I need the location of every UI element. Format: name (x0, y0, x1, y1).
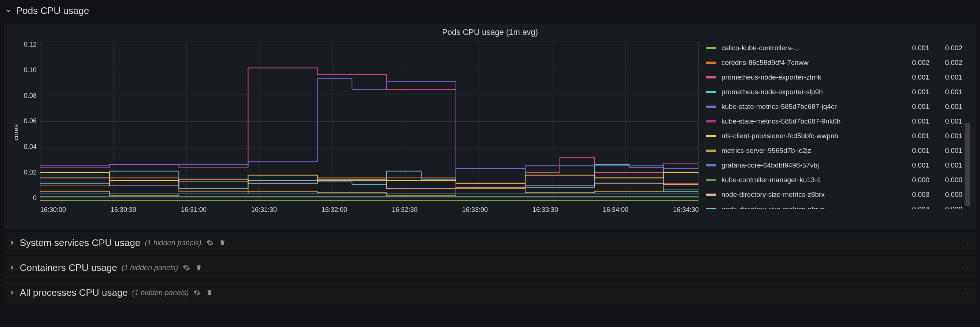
legend-row[interactable]: kube-controller-manager-ku13-10.0000.000 (706, 173, 963, 187)
legend-value-2: 0.000 (929, 205, 963, 209)
series-line (40, 78, 698, 168)
row-header-collapsed[interactable]: All processes CPU usage (1 hidden panels… (4, 281, 976, 304)
legend-value-1: 0.001 (897, 161, 929, 169)
legend-value-1: 0.004 (897, 205, 929, 209)
legend-value-1: 0.001 (897, 103, 929, 111)
legend-value-1: 0.002 (897, 59, 929, 67)
legend-row[interactable]: node-directory-size-metrics-nfqvq0.0040.… (706, 202, 963, 209)
y-tick: 0.10 (24, 66, 37, 74)
y-tick: 0.12 (24, 41, 37, 48)
hidden-panels-hint: (1 hidden panels) (132, 289, 189, 297)
y-tick: 0.04 (24, 143, 37, 151)
legend-row[interactable]: prometheus-node-exporter-ztrnk0.0010.001 (706, 70, 963, 85)
legend-swatch (706, 76, 716, 78)
legend-value-1: 0.003 (897, 191, 929, 199)
x-tick: 16:30:30 (111, 206, 136, 214)
legend-value-2: 0.001 (929, 117, 963, 125)
y-ticks: 0.120.100.080.060.040.020 (20, 41, 40, 202)
row-title: All processes CPU usage (20, 287, 128, 298)
legend-swatch (706, 135, 716, 137)
y-tick: 0.06 (24, 117, 37, 125)
legend-value-2: 0.002 (929, 59, 963, 67)
plot-svg (40, 41, 699, 202)
row-title: Pods CPU usage (16, 5, 89, 16)
legend-swatch (706, 193, 716, 196)
legend-value-2: 0.001 (929, 73, 963, 81)
y-tick: 0.02 (24, 169, 37, 176)
row-title: Containers CPU usage (20, 262, 117, 273)
legend[interactable]: calico-kube-controllers-...0.0010.002cor… (706, 41, 970, 209)
drag-handle-icon[interactable]: ⋮⋮ (959, 265, 971, 271)
hidden-panels-hint: (1 hidden panels) (145, 239, 201, 247)
row-title: System services CPU usage (20, 237, 140, 249)
legend-row[interactable]: kube-state-metrics-585d7bc687-9nk6h0.001… (706, 114, 963, 129)
x-tick: 16:33:00 (462, 206, 488, 214)
hidden-panels-hint: (1 hidden panels) (122, 263, 178, 272)
drag-handle-icon[interactable]: ⋮⋮ (959, 290, 971, 295)
legend-value-1: 0.001 (897, 73, 929, 81)
chart-panel: Pods CPU usage (1m avg) cores 0.120.100.… (4, 24, 976, 229)
row-header-collapsed[interactable]: System services CPU usage (1 hidden pane… (4, 231, 976, 254)
x-tick: 16:33:30 (533, 206, 558, 214)
legend-value-1: 0.001 (897, 147, 929, 155)
legend-value-1: 0.001 (897, 117, 929, 125)
legend-row[interactable]: nfs-client-provisioner-fcd5bbfc-wwpnb0.0… (706, 129, 963, 144)
legend-swatch (706, 164, 716, 166)
legend-row[interactable]: grafana-core-64bdbf9498-57vbj0.0010.001 (706, 158, 963, 173)
y-tick: 0.08 (24, 92, 37, 100)
trash-icon[interactable] (195, 263, 203, 272)
legend-value-2: 0.001 (929, 103, 963, 111)
x-tick: 16:31:00 (181, 206, 207, 214)
gear-icon[interactable] (182, 263, 191, 272)
legend-row[interactable]: kube-state-metrics-585d7bc687-jq4cr0.001… (706, 99, 963, 114)
x-tick: 16:31:30 (251, 206, 277, 214)
legend-name: node-directory-size-metrics-z8brx (721, 191, 897, 199)
x-tick: 16:32:30 (392, 206, 417, 214)
legend-name: prometheus-node-exporter-slp9h (721, 88, 897, 96)
legend-swatch (706, 47, 716, 49)
legend-name: metrics-server-9565d7b-lc2jz (721, 147, 897, 155)
legend-row[interactable]: metrics-server-9565d7b-lc2jz0.0010.001 (706, 144, 963, 158)
legend-name: coredns-86c58d9df4-7cnww (721, 59, 897, 67)
legend-value-2: 0.001 (929, 161, 963, 169)
legend-row[interactable]: node-directory-size-metrics-z8brx0.0030.… (706, 187, 963, 202)
legend-value-2: 0.002 (929, 44, 963, 52)
trash-icon[interactable] (205, 289, 213, 297)
legend-name: grafana-core-64bdbf9498-57vbj (721, 161, 897, 169)
legend-name: calico-kube-controllers-... (721, 44, 897, 52)
legend-name: prometheus-node-exporter-ztrnk (721, 73, 897, 81)
gear-icon[interactable] (206, 239, 214, 247)
legend-swatch (706, 105, 716, 108)
trash-icon[interactable] (218, 239, 226, 247)
legend-value-2: 0.001 (929, 132, 963, 140)
y-tick: 0 (24, 194, 37, 202)
legend-swatch (706, 179, 716, 181)
plot-area[interactable]: cores 0.120.100.080.060.040.020 16:30:00… (10, 41, 699, 224)
legend-value-2: 0.001 (929, 147, 963, 155)
legend-value-2: 0.000 (929, 191, 963, 199)
drag-handle-icon[interactable]: ⋮⋮ (959, 240, 971, 246)
legend-row[interactable]: coredns-86c58d9df4-7cnww0.0020.002 (706, 55, 963, 70)
legend-name: kube-state-metrics-585d7bc687-9nk6h (721, 117, 897, 125)
row-header-pods-cpu[interactable]: Pods CPU usage (4, 2, 976, 22)
chevron-right-icon (9, 264, 15, 271)
legend-row[interactable]: prometheus-node-exporter-slp9h0.0010.001 (706, 85, 963, 99)
x-tick: 16:30:00 (40, 206, 66, 214)
legend-swatch (706, 91, 716, 93)
legend-row[interactable]: calico-kube-controllers-...0.0010.002 (706, 41, 963, 55)
legend-swatch (706, 120, 716, 123)
legend-value-1: 0.001 (897, 44, 929, 52)
legend-name: kube-state-metrics-585d7bc687-jq4cr (721, 103, 897, 111)
chart-title: Pods CPU usage (1m avg) (10, 27, 970, 37)
legend-value-2: 0.001 (929, 88, 963, 96)
legend-value-1: 0.000 (897, 176, 929, 184)
legend-swatch (706, 150, 716, 152)
legend-value-2: 0.000 (929, 176, 963, 184)
row-header-collapsed[interactable]: Containers CPU usage (1 hidden panels) ⋮… (4, 256, 976, 279)
legend-value-1: 0.001 (897, 88, 929, 96)
legend-swatch (706, 62, 716, 64)
gear-icon[interactable] (193, 289, 201, 297)
x-tick: 16:34:30 (673, 206, 699, 214)
scrollbar-thumb[interactable] (965, 123, 970, 206)
chevron-down-icon (5, 8, 12, 14)
